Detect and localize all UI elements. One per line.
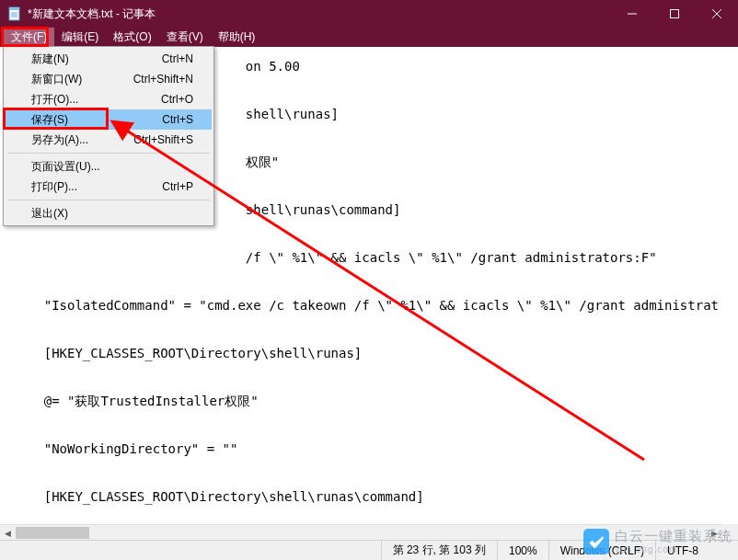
- text-line: [13, 317, 725, 341]
- watermark-line1: 白云一键重装系统: [615, 529, 732, 544]
- text-line: [13, 461, 725, 485]
- menu-separator: [7, 153, 210, 154]
- menu-item-label: 另存为(A)...: [31, 132, 88, 148]
- minimize-button[interactable]: [611, 0, 653, 28]
- menu-item-exit[interactable]: 退出(X): [6, 203, 212, 223]
- menu-item-new[interactable]: 新建(N) Ctrl+N: [6, 49, 212, 69]
- menu-item-shortcut: Ctrl+Shift+S: [133, 133, 193, 146]
- close-button[interactable]: [696, 0, 738, 28]
- menu-item-page-setup[interactable]: 页面设置(U)...: [6, 156, 212, 177]
- menubar: 文件(F) 编辑(E) 格式(O) 查看(V) 帮助(H): [0, 28, 738, 47]
- text-line: [13, 269, 725, 293]
- status-zoom: 100%: [497, 541, 548, 560]
- menu-format[interactable]: 格式(O): [106, 28, 158, 47]
- watermark-line2: yun ong.com: [615, 544, 732, 554]
- status-cursor-position: 第 23 行, 第 103 列: [381, 541, 497, 560]
- menu-file[interactable]: 文件(F): [4, 28, 54, 47]
- text-line: @= "获取TrustedInstaller权限": [13, 389, 725, 413]
- menu-item-save-as[interactable]: 另存为(A)... Ctrl+Shift+S: [6, 130, 212, 150]
- text-line: [HKEY_CLASSES_ROOT\Directory\shell\runas…: [13, 341, 725, 365]
- menu-item-label: 打印(P)...: [31, 179, 77, 195]
- menu-item-open[interactable]: 打开(O)... Ctrl+O: [6, 89, 212, 109]
- maximize-button[interactable]: [653, 0, 696, 28]
- text-line: /f \" %1\" && icacls \" %1\" /grant admi…: [13, 246, 725, 269]
- notepad-icon: [7, 6, 22, 21]
- menu-item-save[interactable]: 保存(S) Ctrl+S: [6, 109, 212, 130]
- text-line: [13, 365, 725, 389]
- menu-edit[interactable]: 编辑(E): [54, 28, 106, 47]
- menu-item-label: 新建(N): [31, 51, 69, 67]
- menu-item-shortcut: Ctrl+P: [162, 180, 193, 193]
- svg-rect-6: [671, 10, 679, 18]
- menu-item-print[interactable]: 打印(P)... Ctrl+P: [6, 177, 212, 197]
- scrollbar-thumb[interactable]: [16, 527, 89, 539]
- text-line: "IsolatedCommand" = "cmd.exe /c takeown …: [13, 293, 725, 317]
- menu-separator: [7, 200, 210, 200]
- watermark: 白云一键重装系统 yun ong.com: [583, 529, 732, 554]
- window-controls: [611, 0, 738, 28]
- menu-item-label: 打开(O)...: [31, 92, 78, 108]
- window-title: *新建文本文档.txt - 记事本: [28, 6, 611, 22]
- menu-item-label: 保存(S): [31, 112, 68, 128]
- menu-item-new-window[interactable]: 新窗口(W) Ctrl+Shift+N: [6, 69, 212, 89]
- scroll-left-arrow-icon[interactable]: ◀: [0, 525, 16, 541]
- menu-item-shortcut: Ctrl+N: [162, 52, 193, 65]
- menu-item-label: 新窗口(W): [31, 72, 82, 87]
- text-line: "NoWorkingDirectory" = "": [13, 437, 725, 461]
- menu-item-label: 退出(X): [31, 206, 68, 222]
- menu-view[interactable]: 查看(V): [159, 28, 211, 47]
- menu-item-shortcut: Ctrl+Shift+N: [133, 73, 193, 86]
- watermark-logo-icon: [583, 529, 609, 554]
- menu-help[interactable]: 帮助(H): [211, 28, 263, 47]
- watermark-text: 白云一键重装系统 yun ong.com: [615, 529, 732, 554]
- text-line: [HKEY_CLASSES_ROOT\Directory\shell\runas…: [13, 485, 725, 509]
- titlebar: *新建文本文档.txt - 记事本: [0, 0, 738, 28]
- file-menu-dropdown: 新建(N) Ctrl+N 新窗口(W) Ctrl+Shift+N 打开(O)..…: [3, 46, 214, 226]
- text-line: [13, 413, 725, 437]
- menu-item-label: 页面设置(U)...: [31, 159, 100, 175]
- menu-item-shortcut: Ctrl+S: [162, 113, 193, 126]
- menu-item-shortcut: Ctrl+O: [161, 93, 193, 106]
- svg-rect-1: [9, 7, 19, 10]
